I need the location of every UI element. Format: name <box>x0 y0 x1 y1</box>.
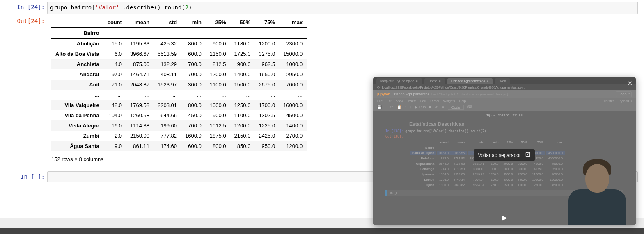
cell-value: 425.32 <box>154 38 181 49</box>
pip-mini-code: grupo_bairro['Valor'].describe().round(2… <box>405 129 486 133</box>
cell-value: 2950.0 <box>279 69 307 80</box>
row-index: Vista Alegre <box>51 120 103 131</box>
cell-value: 875.00 <box>126 59 154 69</box>
cell-value: 5513.59 <box>154 49 181 59</box>
cell-value: 900.0 <box>206 110 230 120</box>
pip-close-icon[interactable]: ✕ <box>627 80 633 87</box>
table-row: Vista Alegre16.01114.38199.60700.01012.5… <box>51 120 307 131</box>
row-index: Anchieta <box>51 59 103 69</box>
col-min: min <box>181 17 206 28</box>
pip-tooltip[interactable]: Voltar ao separador <box>474 149 535 161</box>
cell-value: 4.0 <box>103 59 126 69</box>
cell-value: 1200.0 <box>279 141 307 151</box>
down-icon[interactable]: ↓ <box>410 105 412 110</box>
cell-value: 1150.0 <box>206 49 230 59</box>
cell-value: 9.0 <box>103 141 126 151</box>
cell-value: 4500.0 <box>279 110 307 120</box>
pip-tooltip-label: Voltar ao separador <box>478 152 521 158</box>
pip-logout-button[interactable]: Logout <box>616 91 632 97</box>
cell-value: 71.0 <box>103 80 126 90</box>
cell-value: 1260.58 <box>126 110 154 120</box>
cell-value: 1769.58 <box>126 100 154 110</box>
cell-value: ... <box>154 90 181 100</box>
pip-play-icon[interactable]: ▶ <box>502 213 507 222</box>
add-icon[interactable]: + <box>385 105 387 110</box>
pip-tab[interactable]: Web <box>495 78 510 84</box>
up-icon[interactable]: ↑ <box>405 105 407 110</box>
cell-value: 1725.0 <box>230 49 255 59</box>
pip-tab[interactable]: Matplotlib PyChampion× <box>376 78 422 84</box>
table-header-row: count mean std min 25% 50% 75% max <box>51 17 307 28</box>
row-index: ... <box>51 90 103 100</box>
empty-prompt: In [ ]: <box>6 171 47 183</box>
cell-value: 2300.0 <box>279 38 307 49</box>
run-button[interactable]: ▶ Run <box>415 105 426 110</box>
cell-value: 1012.5 <box>206 120 230 131</box>
cell-value: 1875.0 <box>206 131 230 141</box>
cell-value: 2.0 <box>103 131 126 141</box>
pip-menu-widgets[interactable]: Widgets <box>443 99 455 103</box>
cell-value: 1225.0 <box>254 120 279 131</box>
keyboard-icon[interactable]: ⌨ <box>467 105 472 110</box>
cell-value: 408.11 <box>154 69 181 80</box>
pip-menu-edit[interactable]: Edit <box>387 99 392 103</box>
table-row: Andaraí97.01464.71408.11700.01200.01400.… <box>51 69 307 80</box>
table-row: Água Santa9.0861.11174.60600.0800.0850.0… <box>51 141 307 151</box>
pip-heading: Estatísticas Descritivas <box>385 119 623 129</box>
index-name-row: Bairro <box>51 27 307 38</box>
pip-menu-help[interactable]: Help <box>459 99 466 103</box>
cell-value: 950.0 <box>254 141 279 151</box>
cell-value: ... <box>254 90 279 100</box>
fastforward-icon[interactable]: ↠ <box>441 105 445 110</box>
pip-checkpoint: Last Checkpoint: 3 minutos atrás (unsave… <box>431 93 508 96</box>
cell-value: ... <box>103 90 126 100</box>
cut-icon[interactable]: ✂ <box>390 105 394 110</box>
pip-address-bar[interactable]: ⟳ localhost:8888/notebooks/Projetos%20Py… <box>373 84 636 90</box>
table-row: Anchieta4.0875.00132.29700.0812.5900.096… <box>51 59 307 69</box>
cell-value: 1600.0 <box>181 131 206 141</box>
pip-kernel: Python 3 <box>619 99 632 103</box>
cell-value: 1200.0 <box>230 120 255 131</box>
cell-value: 1700.0 <box>254 100 279 110</box>
code-input[interactable]: grupo_bairro['Valor'].describe().round(2… <box>47 2 638 14</box>
code-cell-24: In [24]: grupo_bairro['Valor'].describe(… <box>6 2 638 14</box>
pip-tab-active[interactable]: Criando Agrupamentos× <box>447 78 493 84</box>
pip-menu-cell[interactable]: Cell <box>420 99 426 103</box>
pip-menu-view[interactable]: View <box>396 99 403 103</box>
cell-value: 850.0 <box>230 141 255 151</box>
restart-icon[interactable]: ⟳ <box>435 105 438 110</box>
pip-menu-insert[interactable]: Insert <box>408 99 416 103</box>
save-icon[interactable]: 💾 <box>377 105 382 110</box>
pip-table-row: Flamengo714.04113.533838.13900.01800.030… <box>410 167 565 171</box>
copy-icon[interactable]: 📋 <box>397 105 401 110</box>
cell-value: 48.0 <box>103 100 126 110</box>
cell-value: 700.0 <box>181 69 206 80</box>
cell-value: 700.0 <box>181 59 206 69</box>
open-in-tab-icon[interactable] <box>525 152 531 159</box>
index-name: Bairro <box>51 27 103 38</box>
pip-toolbar: 💾 + ✂ 📋 ↑ ↓ ▶ Run ■ ⟳ ↠ Code ⌨ <box>373 104 636 111</box>
cell-value: 1400.0 <box>230 69 255 80</box>
stop-icon[interactable]: ■ <box>429 105 431 110</box>
cell-value: 600.0 <box>181 141 206 151</box>
cell-value: 199.60 <box>154 120 181 131</box>
cell-value: 2048.87 <box>126 80 154 90</box>
pip-video-overlay[interactable]: Matplotlib PyChampion× Home× Criando Agr… <box>373 77 636 225</box>
pip-table-row: Leblon1258.08746.347004.04100.04500.0720… <box>410 177 565 182</box>
pip-table-row: Copacabana2644.04126.683611.41100.02000.… <box>410 161 565 166</box>
table-row: Vila da Penha104.01260.58644.66450.0900.… <box>51 110 307 120</box>
col-50: 50% <box>230 17 255 28</box>
row-index: Água Santa <box>51 141 103 151</box>
pip-tab[interactable]: Home× <box>424 78 445 84</box>
table-row: Abolição15.01195.33425.32800.0900.01180.… <box>51 38 307 49</box>
cell-value: 2425.0 <box>254 131 279 141</box>
cell-value: 1100.0 <box>206 80 230 90</box>
celltype-select[interactable]: Code <box>448 105 464 110</box>
pip-trusted: Trusted <box>604 99 615 103</box>
pip-menu-file[interactable]: File <box>377 99 383 103</box>
cell-value: 104.0 <box>103 110 126 120</box>
cell-value: 962.5 <box>254 59 279 69</box>
cell-value: 777.82 <box>154 131 181 141</box>
pip-menu-kernel[interactable]: Kernel <box>430 99 439 103</box>
cell-value: 1464.71 <box>126 69 154 80</box>
